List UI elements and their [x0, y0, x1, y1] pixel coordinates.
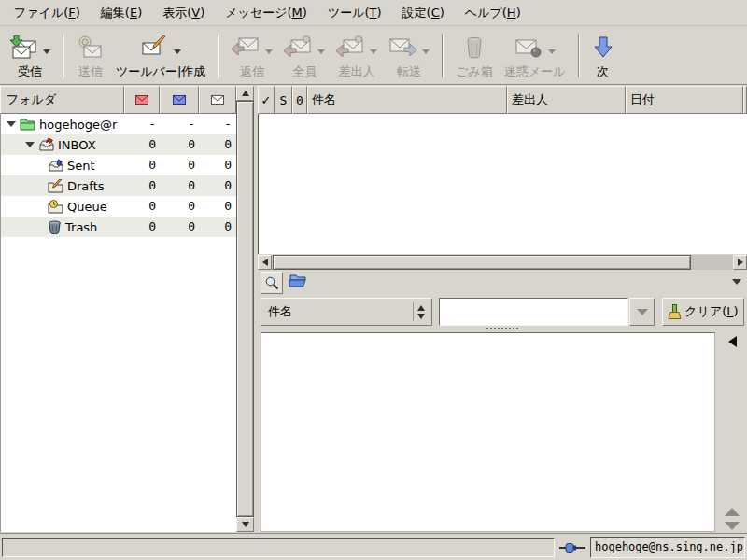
total-count-column-header[interactable]: [199, 86, 236, 114]
toolbar-separator: [442, 34, 444, 77]
unread-count-column-header[interactable]: [160, 86, 199, 114]
menu-tools[interactable]: ツール(T): [317, 1, 392, 25]
chevron-down-icon: [637, 309, 648, 315]
subject-column-header[interactable]: 件名: [307, 86, 507, 114]
next-button[interactable]: 次: [587, 30, 619, 81]
new-count-column-header[interactable]: [124, 86, 160, 114]
statusbar: hogehoge@ns.sing.ne.jp: [0, 533, 747, 560]
scrollbar-thumb[interactable]: [273, 255, 691, 270]
compose-dropdown-arrow[interactable]: [174, 49, 181, 54]
junk-mail-icon: [514, 35, 543, 60]
date-column-header[interactable]: 日付: [626, 86, 743, 114]
message-view-scroll-up-icon[interactable]: [725, 508, 740, 516]
clear-button[interactable]: クリア(L): [662, 298, 744, 326]
attachment-column-header[interactable]: 0: [292, 86, 307, 114]
search-folder-icon[interactable]: [289, 273, 307, 287]
menu-help[interactable]: ヘルプ(H): [455, 1, 531, 25]
scrollbar-thumb[interactable]: [236, 101, 254, 517]
menu-message[interactable]: メッセージ(M): [215, 1, 317, 25]
folder-row-drafts[interactable]: Drafts 0 0 0: [1, 175, 236, 196]
new-envelope-icon: [135, 95, 148, 105]
reply-to-sender-dropdown-arrow[interactable]: [370, 49, 377, 54]
folder-row-sent[interactable]: Sent 0 0 0: [1, 155, 236, 175]
folder-tree: hogehoge@r - - - INBOX 0 0 0: [0, 114, 236, 532]
search-input[interactable]: [439, 298, 628, 326]
forward-icon: [388, 35, 416, 60]
toolbar-separator: [63, 34, 64, 77]
forward-button[interactable]: 転送: [384, 30, 434, 81]
mime-tree-toggle-arrow[interactable]: [728, 336, 737, 347]
message-list[interactable]: [258, 114, 747, 254]
message-view-scroll-down-icon[interactable]: [725, 522, 740, 530]
from-column-header[interactable]: 差出人: [507, 86, 626, 114]
toolbar-separator: [218, 34, 219, 77]
reply-all-dropdown-arrow[interactable]: [317, 49, 325, 54]
folder-row-queue[interactable]: Queue 0 0 0: [1, 196, 236, 217]
receive-button[interactable]: 受信: [5, 30, 55, 81]
search-target-combobox[interactable]: 件名: [261, 298, 432, 326]
menu-view[interactable]: 表示(V): [152, 1, 215, 25]
online-status-icon[interactable]: [559, 541, 585, 554]
collapse-search-arrow[interactable]: [732, 279, 741, 285]
menu-edit[interactable]: 編集(E): [91, 1, 152, 25]
clear-brush-icon: [668, 304, 682, 320]
menu-configuration[interactable]: 設定(C): [392, 1, 455, 25]
reply-icon: [232, 35, 260, 60]
current-account-selector[interactable]: hogehoge@ns.sing.ne.jp: [590, 537, 745, 558]
quick-search-toggle-button[interactable]: [261, 272, 283, 294]
compose-button[interactable]: ツールバー|作成: [111, 30, 210, 81]
forward-dropdown-arrow[interactable]: [422, 49, 430, 54]
receive-label: 受信: [18, 63, 42, 80]
junk-button[interactable]: 迷惑メール: [500, 30, 571, 81]
trash-button[interactable]: ごみ箱: [451, 30, 498, 81]
clear-label: クリア(L): [684, 303, 738, 320]
expander-icon[interactable]: [7, 121, 16, 127]
forward-label: 転送: [397, 63, 421, 80]
mark-column-header[interactable]: ✓: [258, 86, 275, 114]
status-column-header[interactable]: S: [275, 86, 292, 114]
junk-dropdown-arrow[interactable]: [548, 49, 556, 54]
scroll-down-button[interactable]: [236, 517, 254, 532]
reply-button[interactable]: 返信: [227, 30, 277, 81]
inbox-icon: [38, 138, 54, 152]
reply-dropdown-arrow[interactable]: [265, 49, 273, 54]
search-filter-row: 件名 クリア(L): [258, 297, 747, 327]
unread-envelope-icon: [173, 95, 186, 105]
reply-label: 返信: [240, 63, 264, 80]
message-view[interactable]: [261, 332, 715, 532]
send-button[interactable]: 送信: [72, 30, 109, 81]
folder-pane-scrollbar[interactable]: [236, 86, 254, 532]
folder-row-inbox[interactable]: INBOX 0 0 0: [1, 134, 236, 155]
compose-mail-icon: [140, 35, 168, 60]
receive-dropdown-arrow[interactable]: [43, 49, 50, 54]
compose-label: ツールバー|作成: [116, 63, 205, 80]
scroll-up-button[interactable]: [236, 86, 254, 101]
toolbar: 受信 送信 ツールバ: [0, 27, 747, 85]
pane-resize-grip[interactable]: [258, 326, 747, 331]
attachment-clip-icon: 0: [296, 93, 303, 107]
sent-folder-icon: [48, 159, 63, 173]
reply-to-sender-button[interactable]: 差出人: [331, 30, 382, 81]
search-history-dropdown-button[interactable]: [629, 298, 655, 326]
receive-mail-icon: [9, 35, 37, 60]
folder-pane: フォルダ: [0, 86, 254, 532]
send-label: 送信: [78, 63, 103, 80]
scroll-left-button[interactable]: [258, 255, 272, 270]
expander-icon[interactable]: [25, 142, 35, 147]
folder-column-header[interactable]: フォルダ: [0, 86, 124, 114]
scroll-right-button[interactable]: [733, 255, 747, 270]
status-message-area: [2, 538, 555, 557]
folder-row-account[interactable]: hogehoge@r - - -: [1, 114, 236, 134]
trash-icon: [463, 35, 486, 60]
message-pane: ✓ S 0 件名 差出人 日付: [258, 86, 747, 532]
toolbar-separator: [578, 34, 580, 77]
checkmark-icon: ✓: [261, 93, 272, 107]
header-filler: [743, 86, 747, 114]
folder-row-trash[interactable]: Trash 0 0 0: [1, 217, 236, 237]
junk-label: 迷惑メール: [504, 63, 566, 80]
message-list-hscrollbar[interactable]: [258, 255, 747, 270]
next-label: 次: [597, 63, 609, 80]
menu-file[interactable]: ファイル(F): [4, 1, 91, 25]
reply-all-button[interactable]: 全員: [279, 30, 330, 81]
reply-all-label: 全員: [292, 63, 317, 80]
